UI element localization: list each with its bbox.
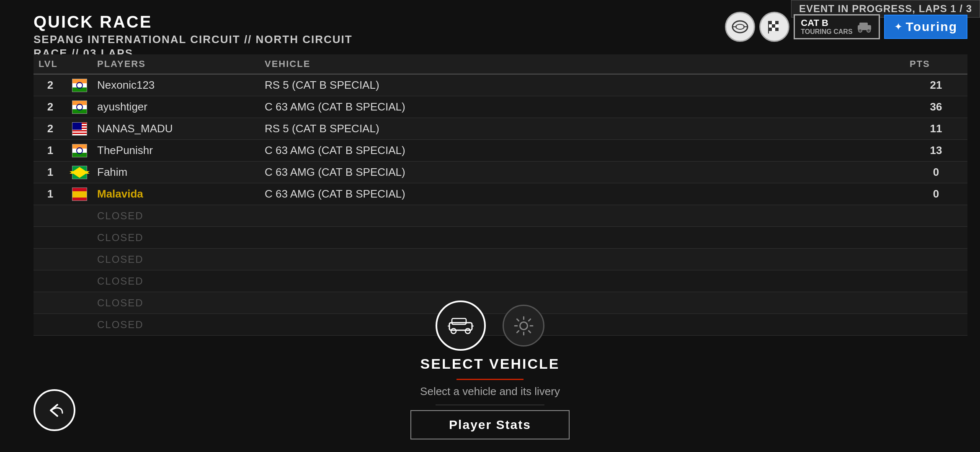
cell-vehicle: C 63 AMG (CAT B SPECIAL) (260, 166, 905, 179)
svg-rect-10 (769, 28, 772, 31)
touring-badge: ✦ Touring (884, 15, 967, 39)
svg-rect-19 (452, 318, 466, 324)
table-row-closed: CLOSED (34, 270, 967, 292)
svg-rect-6 (775, 21, 779, 24)
cell-vehicle: RS 5 (CAT B SPECIAL) (260, 122, 905, 135)
cell-player: Fahim (92, 166, 260, 179)
red-underline (456, 379, 524, 380)
bottom-section: SELECT VEHICLE Select a vehicle and its … (0, 300, 980, 439)
select-vehicle-button[interactable] (436, 300, 486, 351)
cell-player: NANAS_MADU (92, 122, 260, 135)
svg-rect-4 (769, 21, 772, 24)
cell-pts: 0 (905, 166, 967, 179)
cell-lvl: 1 (34, 187, 67, 200)
table-row-closed: CLOSED (34, 227, 967, 249)
cell-lvl: 1 (34, 144, 67, 157)
cat-b-label: CAT B (801, 18, 828, 28)
cell-pts: 0 (905, 187, 967, 200)
col-header-players: PLAYERS (92, 59, 260, 69)
top-right-icons: CAT B TOURING CARS ✦ Touring (725, 12, 967, 42)
cell-pts: 21 (905, 79, 967, 92)
cell-player: Malavida (92, 187, 260, 200)
col-header-pts: PTS (905, 59, 967, 69)
cell-player: ThePunishr (92, 144, 260, 157)
cell-flag (67, 166, 92, 179)
cell-lvl: 2 (34, 100, 67, 113)
svg-rect-8 (772, 24, 775, 28)
cell-vehicle: RS 5 (CAT B SPECIAL) (260, 79, 905, 92)
svg-rect-7 (769, 24, 772, 28)
cell-flag (67, 144, 92, 157)
cell-pts: 13 (905, 144, 967, 157)
col-header-vehicle: VEHICLE (260, 59, 905, 69)
gray-underline (436, 405, 544, 405)
svg-point-21 (465, 329, 470, 334)
table-row: 1 ThePunishr C 63 AMG (CAT B SPECIAL) 13 (34, 140, 967, 162)
svg-rect-11 (772, 28, 775, 31)
svg-point-24 (520, 322, 527, 329)
svg-point-20 (451, 329, 456, 334)
select-livery-label: Select a vehicle and its livery (420, 385, 560, 398)
flag-brazil-icon (72, 166, 87, 179)
cell-flag (67, 122, 92, 136)
cell-closed: CLOSED (92, 210, 260, 222)
svg-point-16 (859, 29, 862, 32)
table-row-closed: CLOSED (34, 249, 967, 270)
cell-flag (67, 187, 92, 201)
circuit-name: SEPANG INTERNATIONAL CIRCUIT // NORTH CI… (34, 33, 353, 46)
player-name-highlighted: Malavida (97, 187, 143, 200)
cell-pts: 11 (905, 122, 967, 135)
col-header-lvl: LVL (34, 59, 67, 69)
cell-closed: CLOSED (92, 232, 260, 244)
svg-point-17 (867, 29, 870, 32)
table-header: LVL PLAYERS VEHICLE PTS (34, 54, 967, 74)
table-row-closed: CLOSED (34, 205, 967, 227)
cell-flag (67, 79, 92, 92)
category-car-icon (856, 21, 873, 33)
cell-lvl: 2 (34, 122, 67, 135)
settings-button[interactable] (503, 305, 544, 347)
checkered-flag-icon[interactable] (759, 12, 789, 42)
cell-vehicle: C 63 AMG (CAT B SPECIAL) (260, 187, 905, 200)
table-row: 2 ayushtiger C 63 AMG (CAT B SPECIAL) 36 (34, 96, 967, 118)
cell-vehicle: C 63 AMG (CAT B SPECIAL) (260, 100, 905, 113)
svg-point-1 (736, 24, 744, 29)
svg-rect-12 (775, 28, 779, 31)
table-row: 2 Nexonic123 RS 5 (CAT B SPECIAL) 21 (34, 74, 967, 96)
page-title: QUICK RACE (34, 13, 353, 31)
track-icon[interactable] (725, 12, 755, 42)
cell-lvl: 1 (34, 166, 67, 179)
cell-pts: 36 (905, 100, 967, 113)
player-stats-button[interactable]: Player Stats (410, 410, 570, 439)
flag-india-icon (72, 144, 87, 157)
players-table: LVL PLAYERS VEHICLE PTS 2 Nexonic123 RS … (34, 54, 967, 336)
bottom-icons-row (436, 300, 544, 351)
table-row: 2 NANAS_MADU RS 5 (CAT B SPECIAL) 11 (34, 118, 967, 140)
table-row: 1 Fahim C 63 AMG (CAT B SPECIAL) 0 (34, 162, 967, 183)
cell-closed: CLOSED (92, 254, 260, 265)
cell-vehicle: C 63 AMG (CAT B SPECIAL) (260, 144, 905, 157)
cat-b-sub: TOURING CARS (801, 28, 852, 36)
table-row: 1 Malavida C 63 AMG (CAT B SPECIAL) 0 (34, 183, 967, 205)
cell-closed: CLOSED (92, 275, 260, 287)
select-vehicle-label: SELECT VEHICLE (420, 356, 560, 372)
touring-label: Touring (906, 20, 957, 34)
svg-rect-15 (859, 23, 868, 27)
svg-rect-5 (772, 21, 775, 24)
cell-player: Nexonic123 (92, 79, 260, 92)
col-header-flag (67, 59, 92, 69)
flag-spain-icon (72, 187, 87, 201)
cell-lvl: 2 (34, 79, 67, 92)
cell-flag (67, 100, 92, 114)
flag-india-icon (72, 100, 87, 114)
svg-rect-9 (775, 24, 779, 28)
header: QUICK RACE SEPANG INTERNATIONAL CIRCUIT … (34, 13, 353, 60)
cat-b-badge: CAT B TOURING CARS (794, 14, 879, 39)
back-button[interactable] (34, 389, 75, 431)
flag-india-icon (72, 79, 87, 92)
flag-malaysia-icon (72, 122, 87, 136)
cell-player: ayushtiger (92, 100, 260, 113)
